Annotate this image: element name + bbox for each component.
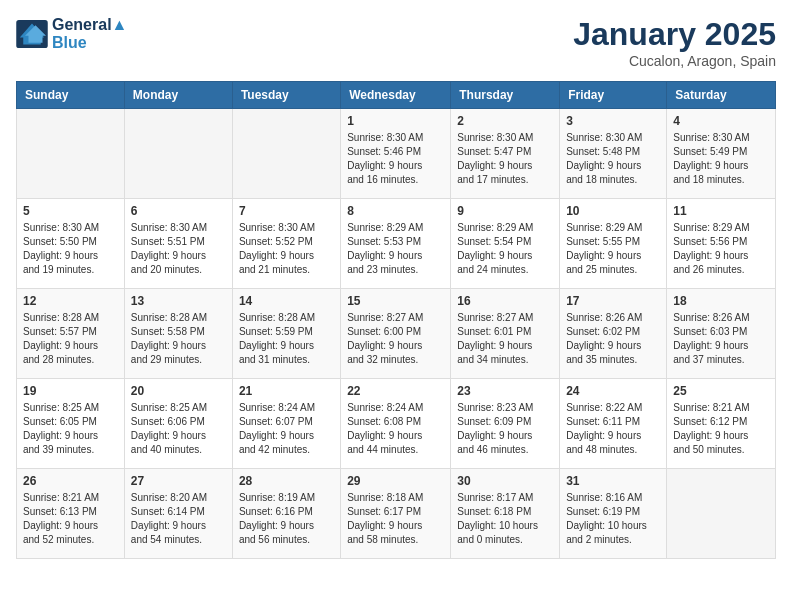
header-monday: Monday: [124, 82, 232, 109]
cell-content: Sunrise: 8:30 AM Sunset: 5:52 PM Dayligh…: [239, 221, 334, 277]
calendar-cell: 5Sunrise: 8:30 AM Sunset: 5:50 PM Daylig…: [17, 199, 125, 289]
calendar-cell: 7Sunrise: 8:30 AM Sunset: 5:52 PM Daylig…: [232, 199, 340, 289]
logo-icon: [16, 20, 48, 48]
cell-content: Sunrise: 8:27 AM Sunset: 6:00 PM Dayligh…: [347, 311, 444, 367]
header-thursday: Thursday: [451, 82, 560, 109]
day-number: 2: [457, 114, 553, 128]
day-number: 26: [23, 474, 118, 488]
calendar-cell: 31Sunrise: 8:16 AM Sunset: 6:19 PM Dayli…: [560, 469, 667, 559]
calendar-week-4: 19Sunrise: 8:25 AM Sunset: 6:05 PM Dayli…: [17, 379, 776, 469]
day-number: 8: [347, 204, 444, 218]
day-number: 20: [131, 384, 226, 398]
day-number: 21: [239, 384, 334, 398]
calendar-cell: 29Sunrise: 8:18 AM Sunset: 6:17 PM Dayli…: [341, 469, 451, 559]
header-friday: Friday: [560, 82, 667, 109]
day-number: 31: [566, 474, 660, 488]
cell-content: Sunrise: 8:28 AM Sunset: 5:57 PM Dayligh…: [23, 311, 118, 367]
cell-content: Sunrise: 8:24 AM Sunset: 6:07 PM Dayligh…: [239, 401, 334, 457]
cell-content: Sunrise: 8:30 AM Sunset: 5:50 PM Dayligh…: [23, 221, 118, 277]
day-number: 7: [239, 204, 334, 218]
calendar-cell: 20Sunrise: 8:25 AM Sunset: 6:06 PM Dayli…: [124, 379, 232, 469]
calendar-cell: 4Sunrise: 8:30 AM Sunset: 5:49 PM Daylig…: [667, 109, 776, 199]
calendar-cell: [17, 109, 125, 199]
day-number: 11: [673, 204, 769, 218]
calendar-week-1: 1Sunrise: 8:30 AM Sunset: 5:46 PM Daylig…: [17, 109, 776, 199]
day-number: 25: [673, 384, 769, 398]
day-number: 4: [673, 114, 769, 128]
cell-content: Sunrise: 8:30 AM Sunset: 5:51 PM Dayligh…: [131, 221, 226, 277]
day-number: 27: [131, 474, 226, 488]
logo-text: General▲ Blue: [52, 16, 127, 52]
calendar-week-5: 26Sunrise: 8:21 AM Sunset: 6:13 PM Dayli…: [17, 469, 776, 559]
logo: General▲ Blue: [16, 16, 127, 52]
calendar-cell: 11Sunrise: 8:29 AM Sunset: 5:56 PM Dayli…: [667, 199, 776, 289]
cell-content: Sunrise: 8:23 AM Sunset: 6:09 PM Dayligh…: [457, 401, 553, 457]
calendar-cell: 12Sunrise: 8:28 AM Sunset: 5:57 PM Dayli…: [17, 289, 125, 379]
cell-content: Sunrise: 8:26 AM Sunset: 6:03 PM Dayligh…: [673, 311, 769, 367]
calendar-cell: 24Sunrise: 8:22 AM Sunset: 6:11 PM Dayli…: [560, 379, 667, 469]
day-number: 30: [457, 474, 553, 488]
cell-content: Sunrise: 8:21 AM Sunset: 6:13 PM Dayligh…: [23, 491, 118, 547]
calendar-cell: 25Sunrise: 8:21 AM Sunset: 6:12 PM Dayli…: [667, 379, 776, 469]
calendar-cell: 6Sunrise: 8:30 AM Sunset: 5:51 PM Daylig…: [124, 199, 232, 289]
calendar-cell: 19Sunrise: 8:25 AM Sunset: 6:05 PM Dayli…: [17, 379, 125, 469]
day-number: 1: [347, 114, 444, 128]
day-number: 3: [566, 114, 660, 128]
day-number: 10: [566, 204, 660, 218]
header-sunday: Sunday: [17, 82, 125, 109]
page-header: General▲ Blue January 2025 Cucalon, Arag…: [16, 16, 776, 69]
cell-content: Sunrise: 8:27 AM Sunset: 6:01 PM Dayligh…: [457, 311, 553, 367]
calendar-cell: [667, 469, 776, 559]
cell-content: Sunrise: 8:29 AM Sunset: 5:56 PM Dayligh…: [673, 221, 769, 277]
day-number: 6: [131, 204, 226, 218]
cell-content: Sunrise: 8:24 AM Sunset: 6:08 PM Dayligh…: [347, 401, 444, 457]
cell-content: Sunrise: 8:17 AM Sunset: 6:18 PM Dayligh…: [457, 491, 553, 547]
calendar-cell: 21Sunrise: 8:24 AM Sunset: 6:07 PM Dayli…: [232, 379, 340, 469]
calendar-cell: 30Sunrise: 8:17 AM Sunset: 6:18 PM Dayli…: [451, 469, 560, 559]
cell-content: Sunrise: 8:29 AM Sunset: 5:53 PM Dayligh…: [347, 221, 444, 277]
cell-content: Sunrise: 8:30 AM Sunset: 5:49 PM Dayligh…: [673, 131, 769, 187]
calendar-cell: 8Sunrise: 8:29 AM Sunset: 5:53 PM Daylig…: [341, 199, 451, 289]
calendar-week-3: 12Sunrise: 8:28 AM Sunset: 5:57 PM Dayli…: [17, 289, 776, 379]
cell-content: Sunrise: 8:26 AM Sunset: 6:02 PM Dayligh…: [566, 311, 660, 367]
calendar-cell: 15Sunrise: 8:27 AM Sunset: 6:00 PM Dayli…: [341, 289, 451, 379]
cell-content: Sunrise: 8:25 AM Sunset: 6:06 PM Dayligh…: [131, 401, 226, 457]
calendar-cell: 2Sunrise: 8:30 AM Sunset: 5:47 PM Daylig…: [451, 109, 560, 199]
cell-content: Sunrise: 8:29 AM Sunset: 5:55 PM Dayligh…: [566, 221, 660, 277]
day-number: 9: [457, 204, 553, 218]
calendar-cell: 26Sunrise: 8:21 AM Sunset: 6:13 PM Dayli…: [17, 469, 125, 559]
cell-content: Sunrise: 8:28 AM Sunset: 5:59 PM Dayligh…: [239, 311, 334, 367]
cell-content: Sunrise: 8:22 AM Sunset: 6:11 PM Dayligh…: [566, 401, 660, 457]
calendar-cell: 1Sunrise: 8:30 AM Sunset: 5:46 PM Daylig…: [341, 109, 451, 199]
calendar-cell: 27Sunrise: 8:20 AM Sunset: 6:14 PM Dayli…: [124, 469, 232, 559]
cell-content: Sunrise: 8:30 AM Sunset: 5:46 PM Dayligh…: [347, 131, 444, 187]
cell-content: Sunrise: 8:30 AM Sunset: 5:48 PM Dayligh…: [566, 131, 660, 187]
cell-content: Sunrise: 8:28 AM Sunset: 5:58 PM Dayligh…: [131, 311, 226, 367]
month-title: January 2025: [573, 16, 776, 53]
calendar-header-row: SundayMondayTuesdayWednesdayThursdayFrid…: [17, 82, 776, 109]
calendar-cell: 23Sunrise: 8:23 AM Sunset: 6:09 PM Dayli…: [451, 379, 560, 469]
calendar-cell: 22Sunrise: 8:24 AM Sunset: 6:08 PM Dayli…: [341, 379, 451, 469]
calendar-cell: 14Sunrise: 8:28 AM Sunset: 5:59 PM Dayli…: [232, 289, 340, 379]
calendar-table: SundayMondayTuesdayWednesdayThursdayFrid…: [16, 81, 776, 559]
cell-content: Sunrise: 8:20 AM Sunset: 6:14 PM Dayligh…: [131, 491, 226, 547]
day-number: 19: [23, 384, 118, 398]
cell-content: Sunrise: 8:29 AM Sunset: 5:54 PM Dayligh…: [457, 221, 553, 277]
calendar-cell: 10Sunrise: 8:29 AM Sunset: 5:55 PM Dayli…: [560, 199, 667, 289]
cell-content: Sunrise: 8:19 AM Sunset: 6:16 PM Dayligh…: [239, 491, 334, 547]
day-number: 14: [239, 294, 334, 308]
day-number: 22: [347, 384, 444, 398]
calendar-cell: 28Sunrise: 8:19 AM Sunset: 6:16 PM Dayli…: [232, 469, 340, 559]
calendar-cell: 3Sunrise: 8:30 AM Sunset: 5:48 PM Daylig…: [560, 109, 667, 199]
calendar-cell: 13Sunrise: 8:28 AM Sunset: 5:58 PM Dayli…: [124, 289, 232, 379]
day-number: 16: [457, 294, 553, 308]
calendar-cell: 9Sunrise: 8:29 AM Sunset: 5:54 PM Daylig…: [451, 199, 560, 289]
cell-content: Sunrise: 8:30 AM Sunset: 5:47 PM Dayligh…: [457, 131, 553, 187]
header-wednesday: Wednesday: [341, 82, 451, 109]
calendar-cell: 17Sunrise: 8:26 AM Sunset: 6:02 PM Dayli…: [560, 289, 667, 379]
day-number: 23: [457, 384, 553, 398]
day-number: 13: [131, 294, 226, 308]
day-number: 28: [239, 474, 334, 488]
calendar-cell: [124, 109, 232, 199]
calendar-cell: 18Sunrise: 8:26 AM Sunset: 6:03 PM Dayli…: [667, 289, 776, 379]
